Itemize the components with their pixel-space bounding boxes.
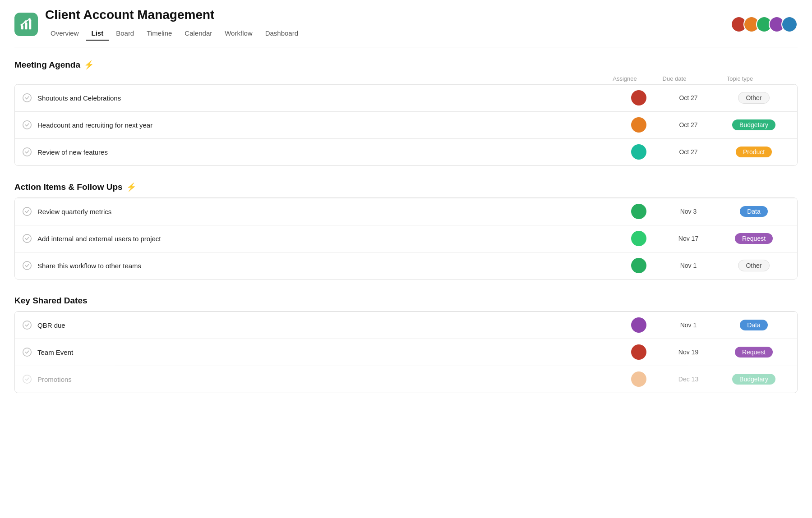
check-icon — [22, 347, 32, 357]
tag-cell: Product — [718, 147, 790, 157]
topic-tag[interactable]: Budgetary — [732, 119, 775, 130]
task-name-cell: Promotions — [22, 368, 618, 390]
check-icon — [22, 120, 32, 130]
task-row[interactable]: PromotionsDec 13Budgetary — [15, 366, 797, 393]
assignee-avatar[interactable] — [631, 204, 646, 219]
task-name-text: Team Event — [37, 348, 73, 356]
topic-tag[interactable]: Budgetary — [732, 374, 775, 385]
app-icon — [14, 13, 38, 36]
assignee-avatar[interactable] — [631, 258, 646, 273]
nav-tab-workflow[interactable]: Workflow — [219, 27, 258, 41]
due-date: Oct 27 — [659, 94, 718, 101]
svg-point-7 — [23, 121, 31, 129]
topic-tag[interactable]: Request — [735, 233, 773, 244]
topic-tag[interactable]: Other — [738, 260, 769, 271]
lightning-icon: ⚡ — [126, 182, 136, 192]
task-name-text: Review quarterly metrics — [37, 208, 111, 215]
task-row[interactable]: Review of new featuresOct 27Product — [15, 138, 797, 165]
col-header-due_date: Due date — [645, 75, 704, 82]
assignee-avatar[interactable] — [631, 317, 646, 333]
topic-tag[interactable]: Data — [740, 320, 768, 330]
task-row[interactable]: Review quarterly metricsNov 3Data — [15, 198, 797, 225]
task-row[interactable]: Headcount and recruiting for next yearOc… — [15, 111, 797, 138]
section-action-items: Action Items & Follow Ups ⚡Review quarte… — [14, 182, 798, 280]
task-name-cell: Add internal and external users to proje… — [22, 227, 618, 250]
check-icon — [22, 374, 32, 384]
task-table-meeting-agenda: Shoutouts and CelebrationsOct 27OtherHea… — [14, 84, 798, 166]
column-headers-row: AssigneeDue dateTopic type — [14, 75, 798, 82]
assignee-cell — [618, 117, 659, 133]
col-header-assignee: Assignee — [604, 75, 645, 82]
due-date: Nov 1 — [659, 321, 718, 329]
nav-tab-dashboard[interactable]: Dashboard — [260, 27, 304, 41]
col-header-topic_type: Topic type — [704, 75, 776, 82]
task-name-text: Review of new features — [37, 148, 108, 156]
nav-tab-list[interactable]: List — [86, 27, 109, 41]
task-name-cell: Review quarterly metrics — [22, 200, 618, 223]
section-title-action-items: Action Items & Follow Ups ⚡ — [14, 182, 798, 192]
header-left: Client Account Management OverviewListBo… — [14, 8, 304, 41]
svg-point-5 — [29, 18, 31, 20]
due-date: Oct 27 — [659, 148, 718, 156]
nav-tab-overview[interactable]: Overview — [45, 27, 84, 41]
task-name-text: Promotions — [37, 376, 72, 383]
task-row[interactable]: Add internal and external users to proje… — [15, 225, 797, 252]
svg-point-4 — [25, 21, 27, 23]
check-icon — [22, 320, 32, 330]
task-row[interactable]: Shoutouts and CelebrationsOct 27Other — [15, 84, 797, 111]
nav-tabs: OverviewListBoardTimelineCalendarWorkflo… — [45, 27, 304, 41]
due-date: Nov 1 — [659, 262, 718, 269]
nav-tab-calendar[interactable]: Calendar — [179, 27, 217, 41]
task-name-cell: Share this workflow to other teams — [22, 254, 618, 277]
tag-cell: Budgetary — [718, 374, 790, 385]
task-name-text: Add internal and external users to proje… — [37, 235, 161, 243]
svg-point-14 — [23, 375, 31, 383]
task-row[interactable]: Team EventNov 19Request — [15, 339, 797, 366]
main-content: Meeting Agenda ⚡AssigneeDue dateTopic ty… — [0, 47, 812, 424]
assignee-avatar[interactable] — [631, 117, 646, 133]
assignee-cell — [618, 144, 659, 160]
check-icon — [22, 93, 32, 103]
topic-tag[interactable]: Product — [736, 147, 772, 157]
task-name-cell: Shoutouts and Celebrations — [22, 87, 618, 109]
assignee-cell — [618, 344, 659, 360]
avatar-group[interactable] — [731, 16, 798, 32]
task-name-text: Shoutouts and Celebrations — [37, 94, 121, 102]
title-nav: Client Account Management OverviewListBo… — [45, 8, 304, 41]
svg-point-8 — [23, 148, 31, 156]
svg-rect-0 — [21, 25, 23, 29]
task-table-key-shared-dates: QBR dueNov 1DataTeam EventNov 19RequestP… — [14, 311, 798, 393]
task-name-cell: QBR due — [22, 314, 618, 336]
topic-tag[interactable]: Request — [735, 347, 773, 358]
task-name-cell: Headcount and recruiting for next year — [22, 114, 618, 136]
assignee-cell — [618, 204, 659, 219]
assignee-avatar[interactable] — [631, 344, 646, 360]
svg-rect-2 — [29, 20, 31, 29]
header: Client Account Management OverviewListBo… — [0, 0, 812, 41]
due-date: Nov 3 — [659, 208, 718, 215]
tag-cell: Request — [718, 233, 790, 244]
assignee-avatar[interactable] — [631, 371, 646, 387]
assignee-avatar[interactable] — [631, 144, 646, 160]
header-avatar-4[interactable] — [781, 16, 798, 32]
check-icon — [22, 234, 32, 243]
section-key-shared-dates: Key Shared DatesQBR dueNov 1DataTeam Eve… — [14, 296, 798, 393]
lightning-icon: ⚡ — [84, 60, 94, 70]
assignee-avatar[interactable] — [631, 231, 646, 246]
assignee-cell — [618, 371, 659, 387]
task-row[interactable]: QBR dueNov 1Data — [15, 312, 797, 339]
topic-tag[interactable]: Other — [738, 92, 769, 104]
assignee-cell — [618, 317, 659, 333]
task-row[interactable]: Share this workflow to other teamsNov 1O… — [15, 252, 797, 279]
topic-tag[interactable]: Data — [740, 206, 768, 217]
svg-point-10 — [23, 234, 31, 243]
section-title-key-shared-dates: Key Shared Dates — [14, 296, 798, 306]
svg-point-11 — [23, 261, 31, 270]
nav-tab-board[interactable]: Board — [111, 27, 139, 41]
nav-tab-timeline[interactable]: Timeline — [141, 27, 177, 41]
svg-rect-1 — [25, 23, 28, 29]
svg-point-12 — [23, 321, 31, 329]
tag-cell: Data — [718, 206, 790, 217]
assignee-cell — [618, 90, 659, 105]
assignee-avatar[interactable] — [631, 90, 646, 105]
